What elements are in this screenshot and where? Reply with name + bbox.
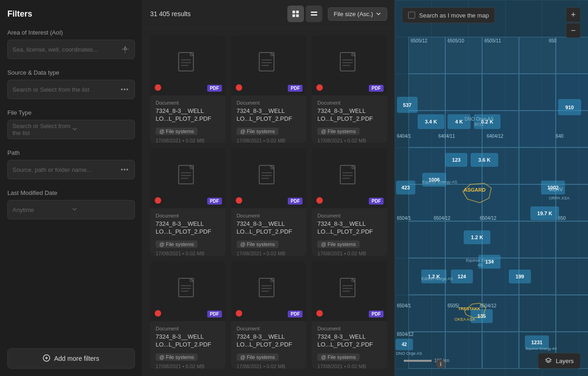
list-view-button[interactable] <box>306 6 322 22</box>
map-grid-label: 6505/12 <box>411 38 427 43</box>
svg-rect-2 <box>292 11 295 13</box>
map-grid-label: 650 <box>549 38 557 43</box>
map-info-button[interactable]: ℹ <box>436 359 445 369</box>
map-cluster[interactable]: 1.2 K <box>464 230 490 244</box>
search-as-move-checkbox[interactable] <box>408 12 415 19</box>
results-grid: PDF Document 7324_8-3__WELL LO...L_PLOT_… <box>143 28 395 376</box>
map-block <box>408 221 445 258</box>
map-block <box>556 258 588 295</box>
aoi-input-wrap[interactable] <box>7 40 135 59</box>
path-input-wrap[interactable]: ••• <box>7 160 135 179</box>
card-title: 7324_8-3__WELL LO...L_PLOT_2.PDF <box>317 220 382 236</box>
zoom-in-button[interactable]: + <box>566 7 581 22</box>
add-filters-button[interactable]: Add more filters <box>7 348 135 369</box>
document-icon <box>338 52 361 79</box>
card-body: Document 7324_8-3__WELL LO...L_PLOT_2.PD… <box>150 208 226 256</box>
map-grid-label: 6505/ <box>448 303 459 308</box>
card-body: Document 7324_8-3__WELL LO...L_PLOT_2.PD… <box>231 95 307 143</box>
map-block <box>519 111 556 147</box>
result-card[interactable]: PDF Document 7324_8-3__WELL LO...L_PLOT_… <box>312 148 387 256</box>
card-thumbnail: PDF <box>312 261 387 321</box>
red-dot-icon <box>316 197 323 204</box>
result-card[interactable]: PDF Document 7324_8-3__WELL LO...L_PLOT_… <box>150 35 226 143</box>
result-card[interactable]: PDF Document 7324_8-3__WELL LO...L_PLOT_… <box>312 261 387 369</box>
svg-rect-4 <box>292 14 295 17</box>
map-cluster[interactable]: 3.6 K <box>471 153 498 167</box>
last-modified-select[interactable]: Anytime <box>7 200 135 219</box>
map-cluster[interactable]: 124 <box>451 270 473 283</box>
map-block <box>556 221 588 258</box>
result-card[interactable]: PDF Document 7324_8-3__WELL LO...L_PLOT_… <box>231 261 307 369</box>
company-label: DNO Orge AS8721 <box>465 117 494 127</box>
pdf-badge: PDF <box>369 311 384 317</box>
grid-view-button[interactable] <box>287 6 304 22</box>
path-input[interactable] <box>12 166 120 173</box>
card-thumbnail: PDF <box>231 35 307 95</box>
path-more-icon[interactable]: ••• <box>120 165 130 174</box>
result-card[interactable]: PDF Document 7324_8-3__WELL LO...L_PLOT_… <box>150 148 226 256</box>
svg-rect-3 <box>296 11 299 13</box>
document-icon <box>257 277 280 305</box>
map-grid-label: 640 <box>556 134 564 139</box>
red-dot-icon <box>155 197 161 204</box>
card-thumbnail: PDF <box>150 261 226 321</box>
map-cluster[interactable]: 537 <box>397 97 418 113</box>
svg-rect-8 <box>179 53 193 71</box>
card-tag: @ File systems <box>156 353 198 361</box>
card-thumbnail: PDF <box>312 35 387 95</box>
map-grid-label: 6504/1 <box>397 216 411 221</box>
card-type: Document <box>156 326 220 331</box>
source-label: Source & Data type <box>7 69 135 76</box>
map-grid-label: 6404/12 <box>487 134 503 139</box>
map-cluster[interactable]: 910 <box>558 99 581 115</box>
file-type-select[interactable]: Search or Select from the list <box>7 120 135 139</box>
card-title: 7324_8-3__WELL LO...L_PLOT_2.PDF <box>156 333 220 349</box>
card-meta: 17/08/2021 • 0.02 MB <box>156 138 220 143</box>
aoi-location-icon[interactable] <box>121 45 130 54</box>
map-cluster[interactable]: 199 <box>509 270 531 283</box>
map-block <box>556 37 588 74</box>
map-cluster[interactable]: 3.4 K <box>418 114 444 129</box>
map-cluster[interactable]: 423 <box>396 181 415 194</box>
red-dot-icon <box>236 197 242 204</box>
company-label: Edison Norge AS <box>421 276 453 281</box>
layers-button[interactable]: Layers <box>538 353 581 369</box>
company-label: ORPA XSA <box>549 196 570 200</box>
file-type-chevron-icon <box>71 126 130 134</box>
result-card[interactable]: PDF Document 7324_8-3__WELL LO...L_PLOT_… <box>231 148 307 256</box>
map-cluster[interactable]: 123 <box>445 153 467 167</box>
card-tag: @ File systems <box>317 128 359 135</box>
card-type: Document <box>317 213 382 218</box>
svg-rect-33 <box>340 165 355 184</box>
search-as-move-toggle[interactable]: Search as I move the map <box>402 7 495 23</box>
result-card[interactable]: PDF Document 7324_8-3__WELL LO...L_PLOT_… <box>231 35 307 143</box>
card-thumbnail: PDF <box>231 261 307 321</box>
source-input[interactable] <box>12 86 120 93</box>
map-block <box>519 221 556 258</box>
card-meta: 17/08/2021 • 0.02 MB <box>237 251 301 256</box>
svg-rect-13 <box>259 53 274 71</box>
morv-label: MORV <box>549 187 563 192</box>
filter-last-modified: Last Modified Date Anytime <box>7 189 135 219</box>
source-input-wrap[interactable]: ••• <box>7 80 135 99</box>
map-block <box>519 147 556 184</box>
svg-rect-5 <box>296 14 299 17</box>
card-meta: 17/08/2021 • 0.02 MB <box>317 251 382 256</box>
sort-button[interactable]: File size (Asc.) <box>328 7 387 21</box>
card-tag: @ File systems <box>237 128 279 135</box>
document-icon <box>338 164 361 192</box>
card-thumbnail: PDF <box>150 148 226 208</box>
source-more-icon[interactable]: ••• <box>120 85 130 94</box>
map-block <box>445 74 482 111</box>
aoi-input[interactable] <box>12 46 121 53</box>
filter-path: Path ••• <box>7 149 135 179</box>
map-cluster[interactable]: 42 <box>396 339 413 350</box>
zoom-out-button[interactable]: − <box>566 23 581 38</box>
result-card[interactable]: PDF Document 7324_8-3__WELL LO...L_PLOT_… <box>312 35 387 143</box>
map-cluster[interactable]: 19.7 K <box>530 206 559 220</box>
file-type-label: File Type <box>7 109 135 116</box>
results-header: 31 405 results File size (Asc.) <box>143 0 395 28</box>
card-type: Document <box>317 326 382 331</box>
result-card[interactable]: PDF Document 7324_8-3__WELL LO...L_PLOT_… <box>150 261 226 369</box>
card-title: 7324_8-3__WELL LO...L_PLOT_2.PDF <box>317 333 382 349</box>
